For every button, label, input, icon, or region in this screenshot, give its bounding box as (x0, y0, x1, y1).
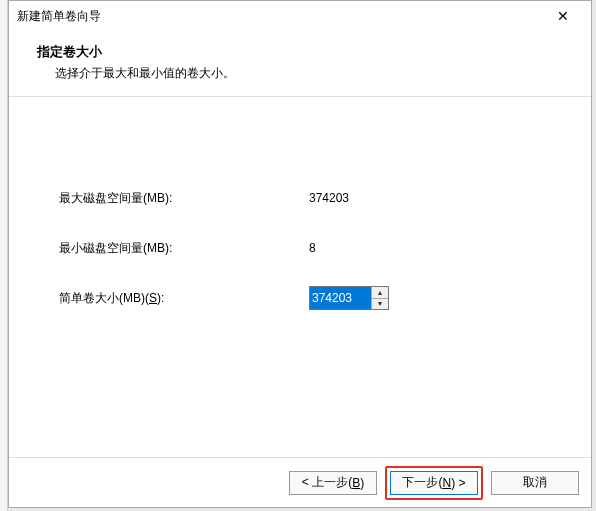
spinner-up-button[interactable]: ▲ (372, 287, 388, 299)
min-space-row: 最小磁盘空间量(MB): 8 (59, 237, 541, 259)
spinner-buttons: ▲ ▼ (371, 287, 388, 309)
titlebar: 新建简单卷向导 ✕ (9, 1, 591, 31)
min-space-label: 最小磁盘空间量(MB): (59, 240, 309, 257)
next-button-highlight: 下一步(N) > (385, 466, 483, 500)
close-button[interactable]: ✕ (543, 2, 583, 30)
wizard-dialog: 新建简单卷向导 ✕ 指定卷大小 选择介于最大和最小值的卷大小。 最大磁盘空间量(… (8, 0, 592, 508)
close-icon: ✕ (557, 8, 569, 24)
volume-size-spinner[interactable]: 374203 ▲ ▼ (309, 286, 389, 310)
max-space-value: 374203 (309, 191, 349, 205)
background-edge (0, 0, 8, 511)
min-space-value: 8 (309, 241, 316, 255)
wizard-header: 指定卷大小 选择介于最大和最小值的卷大小。 (9, 31, 591, 97)
wizard-content: 最大磁盘空间量(MB): 374203 最小磁盘空间量(MB): 8 简单卷大小… (9, 97, 591, 377)
spinner-down-button[interactable]: ▼ (372, 299, 388, 310)
cancel-button[interactable]: 取消 (491, 471, 579, 495)
next-button[interactable]: 下一步(N) > (390, 471, 478, 495)
page-heading: 指定卷大小 (37, 43, 571, 61)
max-space-row: 最大磁盘空间量(MB): 374203 (59, 187, 541, 209)
volume-size-label: 简单卷大小(MB)(S): (59, 290, 309, 307)
page-subheading: 选择介于最大和最小值的卷大小。 (37, 65, 571, 82)
window-title: 新建简单卷向导 (17, 8, 543, 25)
max-space-label: 最大磁盘空间量(MB): (59, 190, 309, 207)
wizard-footer: < 上一步(B) 下一步(N) > 取消 (9, 457, 591, 507)
volume-size-row: 简单卷大小(MB)(S): 374203 ▲ ▼ (59, 287, 541, 309)
back-button[interactable]: < 上一步(B) (289, 471, 377, 495)
volume-size-input[interactable]: 374203 (310, 287, 371, 309)
